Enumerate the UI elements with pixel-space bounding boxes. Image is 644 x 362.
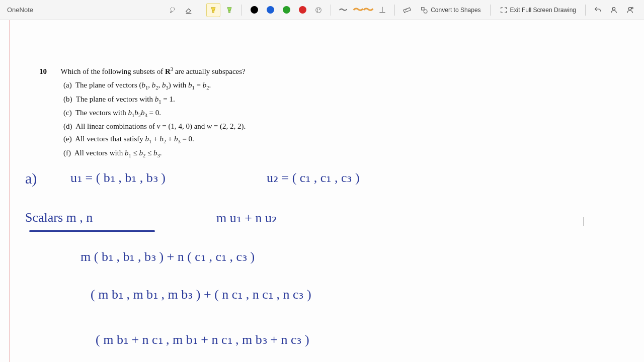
separator xyxy=(201,5,201,16)
handwriting-a-label: a) xyxy=(25,170,37,187)
handwriting-scalars: Scalars m , n xyxy=(25,210,93,225)
option-b: (b) The plane of vectors with b1 = 1. xyxy=(63,94,246,106)
svg-rect-1 xyxy=(213,11,214,13)
highlighter-icon xyxy=(225,6,233,14)
svg-point-0 xyxy=(171,7,175,11)
svg-point-5 xyxy=(319,9,320,9)
color-dot-green xyxy=(283,6,290,14)
svg-point-12 xyxy=(612,7,615,10)
svg-point-6 xyxy=(317,11,318,11)
toolbar: OneNote 〜 〜〜 ⊥ Convert to Shapes Exit Fu… xyxy=(0,0,644,20)
text-cursor xyxy=(584,217,584,226)
share-icon xyxy=(626,6,634,14)
option-e: (e) All vectors that satisfy b1 + b2 + b… xyxy=(63,133,246,146)
handwriting-lincomb: m u₁ + n u₂ xyxy=(216,210,277,226)
app-title: OneNote xyxy=(7,6,33,14)
svg-point-4 xyxy=(317,9,318,9)
undo-button[interactable] xyxy=(591,3,605,17)
eraser-icon xyxy=(185,6,193,14)
problem-question: Which of the following subsets of R3 are… xyxy=(60,67,245,75)
handwriting-u1: u₁ = ( b₁ , b₁ , b₃ ) xyxy=(70,170,166,186)
convert-label: Convert to Shapes xyxy=(431,7,480,14)
handwriting-line3: m ( b₁ , b₁ , b₃ ) + n ( c₁ , c₁ , c₃ ) xyxy=(80,249,255,264)
svg-point-11 xyxy=(424,10,428,13)
palette-icon xyxy=(314,6,323,14)
exit-label: Exit Full Screen Drawing xyxy=(510,7,576,14)
option-d: (d) All linear combinations of v = (1, 4… xyxy=(63,121,246,132)
perpendicular-button[interactable]: ⊥ xyxy=(375,3,389,17)
svg-point-14 xyxy=(631,7,633,9)
ruler-button[interactable] xyxy=(400,3,414,17)
thick-squiggle-icon: 〜〜 xyxy=(353,3,373,18)
convert-to-shapes-button[interactable]: Convert to Shapes xyxy=(416,4,485,16)
lasso-icon xyxy=(169,6,177,14)
perpendicular-icon: ⊥ xyxy=(379,5,386,15)
exit-fullscreen-button[interactable]: Exit Full Screen Drawing xyxy=(496,4,580,16)
eraser-button[interactable] xyxy=(182,3,196,17)
thin-squiggle-icon: 〜 xyxy=(339,4,348,16)
color-dot-blue xyxy=(267,6,274,14)
problem-number: 10 xyxy=(39,67,47,75)
svg-point-13 xyxy=(628,7,631,10)
option-f: (f) All vectors with b1 ≤ b2 ≤ b3. xyxy=(63,147,246,160)
user-icon xyxy=(610,6,618,14)
svg-point-3 xyxy=(316,7,321,13)
shapes-icon xyxy=(420,6,428,14)
color-dot-black xyxy=(251,6,258,14)
page-canvas[interactable]: 10 Which of the following subsets of R3 … xyxy=(0,20,644,362)
separator xyxy=(394,5,395,16)
handwriting-line4: ( m b₁ , m b₁ , m b₃ ) + ( n c₁ , n c₁ ,… xyxy=(91,287,311,302)
handwriting-line5: ( m b₁ + n c₁ , m b₁ + n c₁ , m b₃ + n c… xyxy=(96,332,309,347)
undo-icon xyxy=(594,6,602,14)
separator xyxy=(242,5,242,16)
problem-options: (a) The plane of vectors (b1, b2, b3) wi… xyxy=(63,79,246,160)
problem-text: 10 Which of the following subsets of R3 … xyxy=(39,65,246,161)
lasso-select-button[interactable] xyxy=(166,3,180,17)
highlighter-green-button[interactable] xyxy=(222,3,236,17)
pen-red-button[interactable] xyxy=(295,3,309,17)
highlighter-yellow-button[interactable] xyxy=(206,3,220,17)
thick-stroke-button[interactable]: 〜〜 xyxy=(352,3,373,17)
share-button[interactable] xyxy=(623,3,637,17)
svg-line-9 xyxy=(407,9,407,10)
separator xyxy=(331,5,331,16)
svg-rect-2 xyxy=(229,11,230,13)
separator xyxy=(490,5,491,16)
pen-green-button[interactable] xyxy=(279,3,293,17)
handwriting-u2: u₂ = ( c₁ , c₁ , c₃ ) xyxy=(267,170,360,186)
svg-rect-10 xyxy=(422,7,424,10)
margin-rule xyxy=(9,20,10,362)
svg-rect-7 xyxy=(404,8,411,13)
pen-blue-button[interactable] xyxy=(263,3,277,17)
option-a: (a) The plane of vectors (b1, b2, b3) wi… xyxy=(63,79,246,92)
svg-line-8 xyxy=(405,9,406,10)
handwriting-underline xyxy=(29,230,155,232)
exit-fullscreen-icon xyxy=(500,6,508,14)
separator xyxy=(585,5,586,16)
custom-pen-button[interactable] xyxy=(311,3,326,17)
ruler-icon xyxy=(403,6,411,14)
highlighter-icon xyxy=(209,6,217,14)
color-dot-red xyxy=(299,6,306,14)
user-button[interactable] xyxy=(607,3,621,17)
thin-stroke-button[interactable]: 〜 xyxy=(336,3,350,17)
option-c: (c) The vectors with b1b2b3 = 0. xyxy=(63,107,246,120)
pen-black-button[interactable] xyxy=(247,3,261,17)
